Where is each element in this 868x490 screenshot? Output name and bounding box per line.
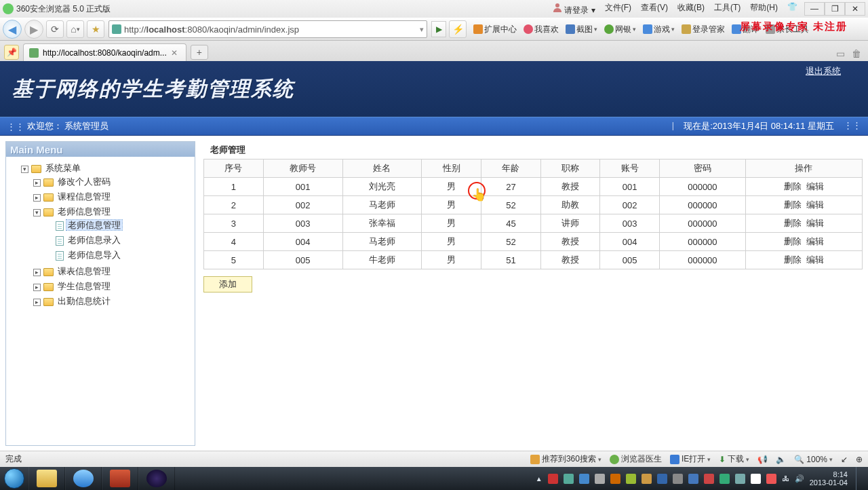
delete-link[interactable]: 删除 [784,236,802,246]
show-desktop-button[interactable] [856,467,863,490]
url-go-button[interactable]: ▶ [431,21,446,37]
tray-icon[interactable] [595,474,605,484]
top-menu: 请登录 ▾ 文件(F) 查看(V) 收藏(B) 工具(T) 帮助(H) 👕 [552,2,797,16]
expand-icon[interactable]: ▸ [33,299,41,306]
menu-view[interactable]: 查看(V) [641,2,668,16]
menu-tools[interactable]: 工具(T) [714,2,741,16]
add-button[interactable]: 添加 [203,276,252,293]
restore-tabs-icon[interactable]: ▭ [836,48,845,59]
delete-link[interactable]: 删除 [784,200,802,210]
table-cell: 马老师 [342,196,422,214]
task-explorer[interactable] [28,467,65,490]
tray-icon[interactable] [642,474,652,484]
tab-close-button[interactable]: ✕ [171,48,180,58]
menu-file[interactable]: 文件(F) [605,2,631,16]
window-maximize-button[interactable]: ❐ [825,2,845,16]
favorite-button[interactable]: ★ [87,20,104,38]
tray-icon[interactable] [704,474,714,484]
folder-icon [43,298,54,306]
tray-icon[interactable] [719,474,730,484]
tool-game[interactable]: 游戏▾ [643,24,675,35]
expand-icon[interactable]: ▾ [33,209,41,216]
url-bar[interactable]: http://localhost:8080/kaoqin/admin/index… [108,20,427,38]
status-ie-open[interactable]: IE打开 ▾ [670,453,711,465]
home-button[interactable]: ⌂▾ [66,20,84,38]
tree-item[interactable]: ▸出勤信息统计 [33,294,192,309]
tree-leaf[interactable]: 老师信息管理 [45,218,192,233]
edit-link[interactable]: 编辑 [806,255,824,265]
tree-item[interactable]: ▸课表信息管理 [33,264,192,279]
tree-item[interactable]: ▸学生信息管理 [33,279,192,294]
nav-forward-button[interactable]: ▶ [24,20,43,39]
status-sound-icon[interactable]: 🔈 [776,455,786,464]
edit-link[interactable]: 编辑 [806,218,824,228]
menu-favorite[interactable]: 收藏(B) [677,2,705,16]
menu-help[interactable]: 帮助(H) [750,2,778,16]
compat-button[interactable]: ⚡ [449,20,467,38]
expand-icon[interactable]: ▸ [33,179,41,187]
tray-icon[interactable] [657,474,667,484]
tray-icon[interactable] [766,474,776,484]
edit-link[interactable]: 编辑 [806,200,824,210]
skin-icon[interactable]: 👕 [787,2,797,16]
tool-like[interactable]: 我喜欢 [524,24,559,35]
window-close-button[interactable]: ✕ [845,2,865,16]
expand-icon[interactable]: ▸ [33,194,41,202]
start-button[interactable] [0,467,28,490]
status-doctor[interactable]: 浏览器医生 [610,453,662,465]
status-restore-icon[interactable]: ↙ [841,455,848,464]
tree-item[interactable]: ▾老师信息管理老师信息管理老师信息录入老师信息导入 [33,204,192,264]
edit-link[interactable]: 编辑 [806,181,824,191]
edit-link[interactable]: 编辑 [806,236,824,246]
tray-icon[interactable] [751,474,761,484]
delete-link[interactable]: 删除 [784,218,802,228]
logout-link[interactable]: 退出系统 [806,65,841,77]
status-zoom[interactable]: 🔍 100% ▾ [794,455,833,464]
tree-leaf[interactable]: 老师信息导入 [45,248,192,263]
expand-icon[interactable]: ▸ [33,284,41,291]
tool-ext[interactable]: 扩展中心 [473,24,517,35]
tree-leaf[interactable]: 老师信息录入 [45,233,192,248]
tray-vol-icon[interactable]: 🔊 [795,474,804,483]
tray-icon[interactable] [626,474,636,484]
tool-login-mgr[interactable]: 登录管家 [682,24,725,35]
task-ie[interactable] [65,467,102,490]
tray-icon[interactable] [564,474,574,484]
status-plus-icon[interactable]: ⊕ [856,455,863,464]
tool-screenshot[interactable]: 截图▾ [566,24,597,35]
table-cell: 刘光亮 [342,178,422,196]
status-recommend[interactable]: 推荐到360搜索 ▾ [530,453,601,465]
tool-ebank[interactable]: 网银▾ [604,24,636,35]
tray-net-icon[interactable]: 🖧 [782,474,789,483]
trash-icon[interactable]: 🗑 [852,48,861,59]
folder-icon [43,193,54,202]
tray-icon[interactable] [610,474,620,484]
tray-icon[interactable] [735,474,745,484]
tree-item[interactable]: ▸修改个人密码 [33,174,192,189]
expand-icon[interactable]: ▾ [21,166,28,173]
tree-item[interactable]: ▸课程信息管理 [33,189,192,204]
tray-icon[interactable] [673,474,683,484]
pinned-tab[interactable]: 📌 [4,45,19,60]
task-eclipse[interactable] [138,467,175,490]
status-mute-icon[interactable]: 📢 [757,455,768,464]
expand-icon[interactable]: ▸ [33,269,41,276]
task-briefcase[interactable] [102,467,138,490]
tree-root[interactable]: ▾系统菜单 ▸修改个人密码▸课程信息管理▾老师信息管理老师信息管理老师信息录入老… [21,161,192,310]
tab-active[interactable]: http://localhost:8080/kaoqin/adm... ✕ [23,43,186,61]
delete-link[interactable]: 删除 [784,255,802,265]
tray-clock[interactable]: 8:14 2013-01-04 [810,470,848,487]
login-link[interactable]: 请登录 ▾ [552,2,595,16]
status-download[interactable]: ⬇下载 ▾ [719,453,749,465]
table-ops-cell: 删除 编辑 [745,251,862,269]
delete-link[interactable]: 删除 [784,181,802,191]
nav-back-button[interactable]: ◀ [3,20,22,39]
tray-icon[interactable] [548,474,558,484]
reload-button[interactable]: ⟳ [46,20,64,38]
tray-icon[interactable] [688,474,698,484]
new-tab-button[interactable]: + [191,45,208,60]
window-minimize-button[interactable]: — [804,2,825,16]
tray-up-icon[interactable]: ▲ [536,475,542,483]
tray-icon[interactable] [579,474,589,484]
welcome-role: 系统管理员 [64,120,108,132]
